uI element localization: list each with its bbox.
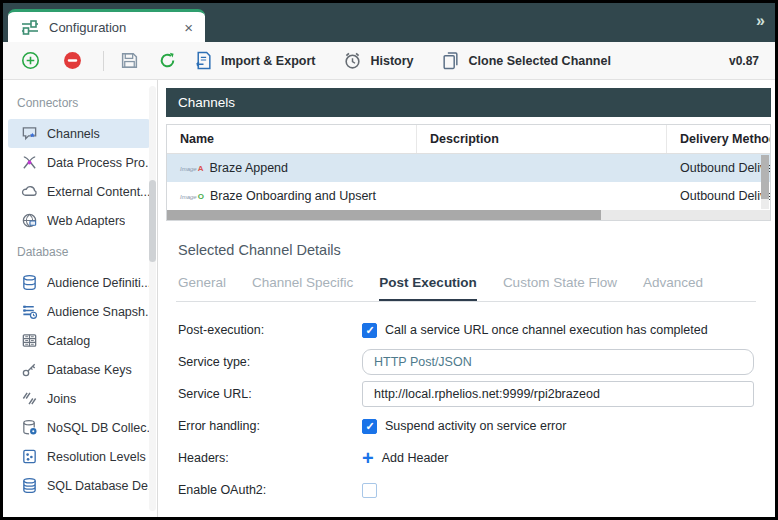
tab-close-icon[interactable]: ×: [184, 20, 193, 35]
tab-title: Configuration: [49, 20, 175, 35]
main-panel: Channels Name Description Delivery Metho…: [158, 80, 775, 517]
table-horizontal-scrollbar-thumb[interactable]: [167, 210, 601, 220]
sidebar-item-audience-definitions[interactable]: Audience Definiti...: [8, 268, 150, 297]
channel-description-cell: [417, 154, 667, 182]
nosql-icon: [21, 419, 38, 436]
sidebar-scrollbar-thumb[interactable]: [149, 180, 156, 262]
selected-channel-details-title: Selected Channel Details: [178, 242, 771, 258]
table-row[interactable]: ImageO Braze Onboarding and Upsert Outbo…: [167, 182, 770, 210]
channels-panel-header: Channels: [166, 88, 771, 117]
clone-pages-icon: [440, 50, 462, 72]
database-icon: [21, 274, 38, 291]
tab-configuration[interactable]: Configuration ×: [8, 9, 205, 42]
enable-oauth2-checkbox[interactable]: [362, 483, 377, 498]
sidebar-scrollbar-track[interactable]: [149, 86, 156, 511]
toolbar-separator: [103, 51, 104, 71]
tab-custom-state-flow[interactable]: Custom State Flow: [503, 275, 617, 302]
save-button[interactable]: [118, 50, 140, 72]
add-button[interactable]: [19, 50, 41, 72]
sidebar-item-data-process-projects[interactable]: Data Process Pro...: [8, 148, 150, 177]
channel-description-cell: [417, 182, 667, 210]
table-vertical-scrollbar-thumb[interactable]: [761, 155, 769, 199]
tab-post-execution[interactable]: Post Execution: [379, 275, 477, 302]
channels-table: Name Description Delivery Method ImageA …: [166, 124, 771, 221]
table-row[interactable]: ImageA Braze Append Outbound Delivery: [167, 154, 770, 182]
import-export-label: Import & Export: [221, 54, 315, 68]
globe-icon: [21, 212, 38, 229]
history-button[interactable]: History: [341, 50, 413, 72]
column-header-description[interactable]: Description: [417, 125, 667, 153]
service-url-label: Service URL:: [178, 387, 362, 401]
key-icon: [21, 361, 38, 378]
refresh-button[interactable]: [156, 50, 178, 72]
sliders-icon: [20, 19, 40, 35]
collapse-panel-icon[interactable]: »: [756, 12, 763, 30]
snapshot-icon: [21, 303, 38, 320]
catalog-icon: [21, 332, 38, 349]
table-horizontal-scrollbar[interactable]: [167, 210, 770, 220]
tab-advanced[interactable]: Advanced: [643, 275, 703, 302]
import-export-button[interactable]: Import & Export: [192, 50, 315, 72]
database-icon: [21, 477, 38, 494]
error-handling-text: Suspend activity on service error: [385, 419, 566, 433]
channel-delivery-cell: Outbound Delivery: [667, 182, 770, 210]
form-row-headers: Headers: + Add Header: [178, 445, 771, 471]
error-handling-checkbox[interactable]: [362, 419, 377, 434]
channel-image-placeholder-icon: ImageA: [180, 164, 203, 173]
post-execution-text: Call a service URL once channel executio…: [385, 323, 708, 337]
service-type-input[interactable]: [362, 349, 754, 375]
sidebar-item-external-content[interactable]: External Content...: [8, 177, 150, 206]
post-execution-checkbox[interactable]: [362, 323, 377, 338]
channel-delivery-cell: Outbound Delivery: [667, 154, 770, 182]
tab-bar: Configuration × »: [3, 3, 775, 42]
details-tabs: General Channel Specific Post Execution …: [178, 275, 756, 302]
table-vertical-scrollbar[interactable]: [761, 155, 769, 209]
sidebar-item-database-keys[interactable]: Database Keys: [8, 355, 150, 384]
toolbar: Import & Export History Clone Selected C…: [3, 42, 775, 80]
remove-button[interactable]: [61, 50, 83, 72]
sidebar-item-joins[interactable]: Joins: [8, 384, 150, 413]
post-execution-label: Post-execution:: [178, 323, 362, 337]
channel-image-placeholder-icon: ImageO: [180, 192, 204, 201]
form-row-service-type: Service type:: [178, 349, 771, 375]
column-header-name[interactable]: Name: [167, 125, 417, 153]
service-type-label: Service type:: [178, 355, 362, 369]
tabs-underline: [176, 301, 756, 302]
clone-channel-button[interactable]: Clone Selected Channel: [440, 50, 611, 72]
sidebar-item-web-adapters[interactable]: Web Adapters: [8, 206, 150, 235]
sidebar-item-catalog[interactable]: Catalog: [8, 326, 150, 355]
add-header-button[interactable]: + Add Header: [362, 450, 771, 466]
service-url-input[interactable]: [362, 381, 754, 407]
form-row-post-execution: Post-execution: Call a service URL once …: [178, 317, 771, 343]
table-header-row: Name Description Delivery Method: [167, 125, 770, 154]
version-badge: v0.87: [729, 54, 759, 68]
channel-name-cell: ImageA Braze Append: [167, 154, 417, 182]
form-row-enable-oauth2: Enable OAuth2:: [178, 477, 771, 503]
sidebar-item-nosql-db-collections[interactable]: NoSQL DB Collec...: [8, 413, 150, 442]
sidebar-section-database: Database: [3, 235, 157, 268]
sidebar-item-audience-snapshots[interactable]: Audience Snapsh...: [8, 297, 150, 326]
form-row-service-url: Service URL:: [178, 381, 771, 407]
sidebar-item-resolution-levels[interactable]: Resolution Levels: [8, 442, 150, 471]
channel-name-cell: ImageO Braze Onboarding and Upsert: [167, 182, 417, 210]
plus-icon: +: [362, 450, 374, 466]
data-process-icon: [21, 154, 38, 171]
clone-label: Clone Selected Channel: [469, 54, 611, 68]
form-row-error-handling: Error handling: Suspend activity on serv…: [178, 413, 771, 439]
sidebar-section-connectors: Connectors: [3, 86, 157, 119]
tab-channel-specific[interactable]: Channel Specific: [252, 275, 353, 302]
channels-icon: [21, 125, 38, 142]
resolution-icon: [21, 448, 38, 465]
column-header-delivery-method[interactable]: Delivery Method: [667, 125, 770, 153]
history-label: History: [370, 54, 413, 68]
app-window: Configuration × »: [0, 0, 778, 520]
error-handling-label: Error handling:: [178, 419, 362, 433]
tab-general[interactable]: General: [178, 275, 226, 302]
sidebar-item-sql-database-definitions[interactable]: SQL Database De...: [8, 471, 150, 500]
enable-oauth2-label: Enable OAuth2:: [178, 483, 362, 497]
headers-label: Headers:: [178, 451, 362, 465]
history-clock-icon: [341, 50, 363, 72]
joins-icon: [21, 390, 38, 407]
post-execution-form: Post-execution: Call a service URL once …: [178, 317, 771, 503]
sidebar-item-channels[interactable]: Channels: [8, 119, 150, 148]
